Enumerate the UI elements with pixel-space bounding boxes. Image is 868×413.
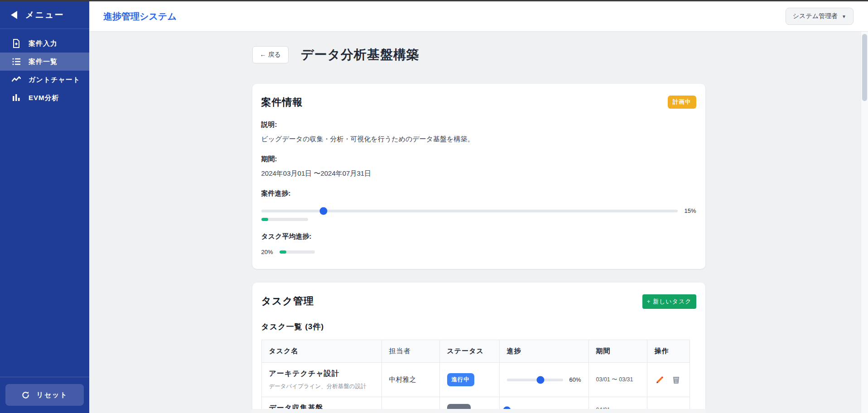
project-info-card-head: 案件情報 計画中 bbox=[261, 96, 696, 109]
project-info-title: 案件情報 bbox=[261, 96, 303, 109]
back-button[interactable]: ← 戻る bbox=[252, 46, 289, 63]
task-list-heading: タスク一覧 (3件) bbox=[261, 322, 696, 332]
sidebar-item-label: EVM分析 bbox=[29, 94, 59, 102]
slider-thumb[interactable] bbox=[537, 376, 545, 384]
vertical-scrollbar[interactable] bbox=[861, 32, 868, 413]
delete-task-button[interactable] bbox=[671, 375, 681, 385]
page-header: ← 戻る データ分析基盤構築 bbox=[252, 46, 705, 63]
task-status-badge: 進行中 bbox=[447, 373, 475, 386]
chevron-down-icon: ▼ bbox=[842, 14, 846, 19]
sidebar-item-evm-analysis[interactable]: EVM分析 bbox=[0, 89, 89, 107]
project-status-badge: 計画中 bbox=[668, 96, 696, 109]
list-icon bbox=[12, 57, 21, 66]
project-progress-slider-row: 15% bbox=[261, 207, 696, 214]
col-period: 期間 bbox=[588, 340, 647, 363]
new-task-button[interactable]: + 新しいタスク bbox=[642, 294, 696, 309]
horizontal-scrollbar[interactable] bbox=[251, 409, 706, 413]
task-card-head: タスク管理 + 新しいタスク bbox=[261, 294, 696, 309]
task-progress-slider-row: 60% bbox=[507, 376, 581, 383]
user-menu-button[interactable]: システム管理者 ▼ bbox=[786, 8, 854, 25]
menu-title: メニュー bbox=[25, 9, 64, 21]
main-content: ← 戻る データ分析基盤構築 案件情報 計画中 説明: ビッグデータの収集・分析… bbox=[89, 32, 868, 413]
edit-task-button[interactable] bbox=[655, 375, 665, 385]
col-status: ステータス bbox=[439, 340, 499, 363]
collapse-arrow-icon bbox=[11, 11, 17, 19]
task-progress-slider[interactable] bbox=[507, 379, 564, 381]
avg-progress-row: 20% bbox=[261, 249, 696, 255]
task-period: 03/01 〜 03/31 bbox=[596, 375, 640, 385]
description-label: 説明: bbox=[261, 120, 696, 129]
col-actions: 操作 bbox=[647, 340, 690, 363]
app-title: 進捗管理システム bbox=[103, 10, 177, 23]
project-info-card: 案件情報 計画中 説明: ビッグデータの収集・分析・可視化を行うためのデータ基盤… bbox=[252, 84, 705, 269]
doc-plus-icon bbox=[12, 39, 21, 48]
task-management-card: タスク管理 + 新しいタスク タスク一覧 (3件) タスク名 担当者 ステータス… bbox=[252, 283, 705, 413]
trash-icon bbox=[672, 375, 680, 384]
project-progress-bar-fill bbox=[261, 218, 268, 221]
table-row: アーキテクチャ設計 データパイプライン、分析基盤の設計 中村雅之 進行中 60% bbox=[261, 363, 690, 397]
task-table-header-row: タスク名 担当者 ステータス 進捗 期間 操作 bbox=[261, 340, 690, 363]
page-title: データ分析基盤構築 bbox=[301, 46, 420, 63]
sidebar-item-label: ガントチャート bbox=[29, 76, 80, 84]
project-progress-percent: 15% bbox=[684, 207, 696, 214]
col-assignee: 担当者 bbox=[381, 340, 439, 363]
task-progress-percent: 60% bbox=[569, 376, 581, 383]
reset-button-label: リセット bbox=[36, 391, 68, 399]
project-progress-label: 案件進捗: bbox=[261, 189, 696, 198]
period-value: 2024年03月01日 〜2024年07月31日 bbox=[261, 169, 696, 178]
task-subtitle: データパイプライン、分析基盤の設計 bbox=[269, 383, 374, 390]
slider-thumb[interactable] bbox=[320, 207, 328, 215]
sidebar-footer: リセット bbox=[0, 377, 89, 413]
task-management-title: タスク管理 bbox=[261, 294, 314, 308]
avg-progress-label: タスク平均進捗: bbox=[261, 232, 696, 241]
task-assignee: 中村雅之 bbox=[389, 375, 416, 383]
bar-chart-icon bbox=[12, 93, 21, 102]
sidebar-nav: 案件入力 案件一覧 ガントチャート EVM分析 bbox=[0, 29, 89, 377]
sidebar-item-project-input[interactable]: 案件入力 bbox=[0, 34, 89, 53]
avg-progress-percent: 20% bbox=[261, 249, 273, 255]
sidebar-item-label: 案件入力 bbox=[29, 39, 58, 48]
trend-icon bbox=[12, 75, 21, 84]
task-actions bbox=[655, 375, 682, 385]
refresh-icon bbox=[21, 391, 30, 399]
content-column: ← 戻る データ分析基盤構築 案件情報 計画中 説明: ビッグデータの収集・分析… bbox=[252, 32, 705, 413]
avg-progress-bar-fill bbox=[280, 250, 287, 254]
col-progress: 進捗 bbox=[499, 340, 588, 363]
description-value: ビッグデータの収集・分析・可視化を行うためのデータ基盤を構築。 bbox=[261, 135, 696, 144]
reset-button[interactable]: リセット bbox=[5, 384, 84, 406]
sidebar-menu-header[interactable]: メニュー bbox=[0, 1, 89, 29]
pencil-icon bbox=[656, 375, 664, 384]
window-top-edge bbox=[0, 0, 868, 1]
vertical-scrollbar-thumb[interactable] bbox=[862, 34, 867, 101]
app-header: 進捗管理システム システム管理者 ▼ bbox=[89, 1, 868, 32]
sidebar-item-label: 案件一覧 bbox=[29, 58, 58, 66]
sidebar-item-gantt-chart[interactable]: ガントチャート bbox=[0, 71, 89, 89]
sidebar: メニュー 案件入力 案件一覧 ガントチャート EVM分析 リセット bbox=[0, 1, 89, 413]
col-task-name: タスク名 bbox=[261, 340, 381, 363]
avg-progress-bar bbox=[280, 250, 315, 254]
project-progress-bar bbox=[261, 218, 308, 221]
task-name: アーキテクチャ設計 bbox=[269, 369, 374, 379]
user-menu-label: システム管理者 bbox=[793, 12, 838, 20]
project-progress-slider[interactable] bbox=[261, 210, 678, 212]
period-label: 期間: bbox=[261, 155, 696, 163]
task-table: タスク名 担当者 ステータス 進捗 期間 操作 アーキテクチャ設計 データパイプ… bbox=[261, 340, 690, 413]
sidebar-item-project-list[interactable]: 案件一覧 bbox=[0, 53, 89, 71]
